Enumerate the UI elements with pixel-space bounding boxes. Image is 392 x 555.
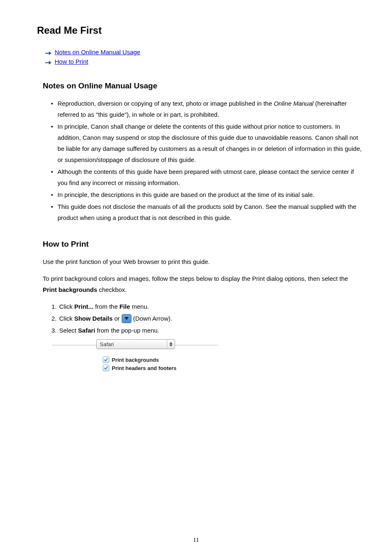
select-value: Safari (97, 341, 167, 347)
safari-print-panel: Safari Print backgrounds Print headers a… (52, 339, 224, 371)
arrow-right-icon (45, 50, 51, 54)
text: Click (59, 315, 74, 322)
emphasis: Online Manual (274, 100, 314, 107)
divider-gap (219, 344, 224, 346)
bold-text: Print... (74, 303, 94, 310)
paragraph: Use the print function of your Web brows… (43, 256, 363, 267)
anchor-link-row: How to Print (45, 58, 363, 65)
checkbox-print-headers-footers[interactable] (103, 365, 109, 371)
paragraph: To print background colors and images, f… (43, 273, 363, 295)
text: menu. (130, 303, 149, 310)
text: Reproduction, diversion or copying of an… (58, 100, 274, 107)
bold-text: Print backgrounds (43, 286, 97, 293)
list-item: In principle, Canon shall change or dele… (51, 121, 363, 165)
link-notes-usage[interactable]: Notes on Online Manual Usage (55, 49, 140, 56)
checkbox-row: Print headers and footers (103, 365, 224, 371)
svg-marker-2 (169, 345, 173, 347)
text: Select (59, 327, 78, 334)
checkbox-label: Print backgrounds (112, 357, 159, 363)
text: Click (59, 303, 74, 310)
panel-legend: Safari (96, 339, 175, 349)
svg-marker-0 (125, 317, 129, 320)
down-arrow-icon (122, 314, 131, 323)
bold-text: File (120, 303, 130, 310)
list-item: Select Safari from the pop-up menu. (58, 325, 363, 336)
arrow-right-icon (45, 59, 51, 64)
notes-list: Reproduction, diversion or copying of an… (51, 98, 363, 223)
anchor-link-list: Notes on Online Manual Usage How to Prin… (45, 49, 363, 65)
select-arrows-icon (167, 340, 175, 349)
text: or (113, 315, 122, 322)
svg-marker-1 (169, 342, 173, 344)
steps-list: Click Print... from the File menu. Click… (51, 301, 363, 336)
page-number: 11 (0, 536, 392, 543)
bold-text: Show Details (74, 315, 113, 322)
page-title: Read Me First (37, 25, 363, 36)
checkbox-row: Print backgrounds (103, 356, 224, 363)
checkbox-print-backgrounds[interactable] (103, 356, 109, 363)
link-how-to-print[interactable]: How to Print (55, 58, 88, 65)
list-item: In principle, the descriptions in this g… (51, 189, 363, 200)
text: from the (93, 303, 119, 310)
list-item: This guide does not disclose the manuals… (51, 201, 363, 223)
anchor-link-row: Notes on Online Manual Usage (45, 49, 363, 56)
text: checkbox. (97, 286, 127, 293)
section-heading-notes: Notes on Online Manual Usage (43, 81, 363, 90)
list-item: Although the contents of this guide have… (51, 166, 363, 188)
text: To print background colors and images, f… (43, 275, 348, 282)
text: (Down Arrow). (133, 315, 172, 322)
section-heading-print: How to Print (43, 240, 363, 249)
checkbox-group: Print backgrounds Print headers and foot… (103, 356, 224, 371)
text: from the pop-up menu. (95, 327, 159, 334)
list-item: Click Show Details or (Down Arrow). (58, 313, 363, 324)
list-item: Click Print... from the File menu. (58, 301, 363, 312)
bold-text: Safari (78, 327, 95, 334)
checkbox-label: Print headers and footers (112, 365, 176, 371)
list-item: Reproduction, diversion or copying of an… (51, 98, 363, 120)
popup-menu-safari[interactable]: Safari (96, 339, 175, 349)
